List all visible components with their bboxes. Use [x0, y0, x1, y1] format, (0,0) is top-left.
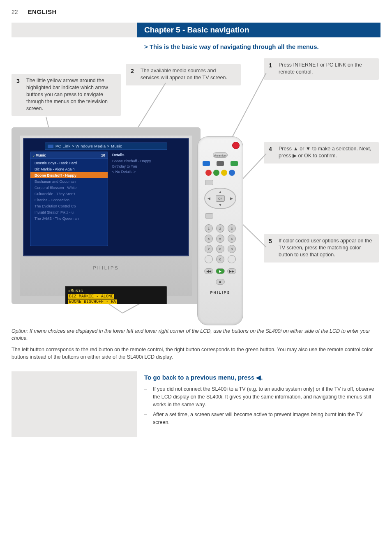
yellow-button[interactable]	[221, 170, 227, 176]
callout-4-num: 4	[269, 145, 274, 159]
chapter-subtitle-row: > This is the basic way of navigating th…	[12, 41, 380, 53]
key-6[interactable]: 6	[228, 235, 236, 243]
return-button[interactable]	[205, 180, 213, 185]
dpad-left-icon: ◀	[208, 196, 210, 200]
back-section-title: To go back to a previous menu, press ◀.	[144, 374, 380, 381]
back-list-item: –After a set time, a screen saver will b…	[144, 411, 380, 426]
tv-list-item: Culturecide - They Aren't	[30, 191, 108, 197]
tv-details-l1: Boone Bischoff - Happy	[111, 158, 178, 164]
source-button[interactable]	[217, 161, 224, 166]
tv-details-pane: Details Boone Bischoff - Happy Birthday …	[111, 152, 178, 246]
tv-list: Beastie Boys - Rock HardBiz Markie - Alo…	[30, 159, 108, 222]
key-blank[interactable]	[205, 255, 213, 263]
streamium-label: streamium	[213, 152, 228, 158]
remote-brand: PHILIPS	[210, 290, 230, 295]
callout-1-num: 1	[269, 62, 274, 76]
callout-5-text: If color coded user options appear on th…	[279, 237, 374, 258]
dpad-up-icon: ▲	[219, 190, 222, 194]
remote-control: streamium ▲ ▼ ◀ ▶ OK 1234567890 ◀◀ ▶ ▶▶	[197, 136, 243, 325]
page-header: 22 ENGLISH	[12, 8, 380, 15]
tv-details-l2: Birthday to You	[111, 164, 178, 169]
page-number: 22	[12, 9, 18, 15]
next-track-button[interactable]: ▶▶	[227, 268, 236, 274]
tv-screen: PC Link > Windows Media > Music ♪ Music …	[23, 138, 189, 256]
callout-5: 5 If color coded user options appear on …	[264, 234, 379, 263]
tv-details-l3: < No Details >	[111, 169, 178, 174]
tv-list-item: Beastie Boys - Rock Hard	[30, 160, 108, 166]
diagram-zone: 1 Press INTERNET or PC LINK on the remot…	[12, 58, 380, 321]
tv-breadcrumb: PC Link > Windows Media > Music	[45, 143, 167, 150]
pclink-button[interactable]	[231, 161, 238, 166]
tv-list-item: The JAMS - The Queen an	[30, 215, 108, 221]
lcd-l2: BOONE BISCHOFF - HA	[68, 299, 164, 304]
back-section: To go back to a previous menu, press ◀. …	[12, 371, 380, 437]
keypad: 1234567890	[205, 224, 236, 263]
tv-list-item: Corporal Blossom - White	[30, 184, 108, 191]
chapter-title: Chapter 5 - Basic navigation	[137, 23, 380, 37]
key-3[interactable]: 3	[228, 224, 236, 233]
key-blank[interactable]	[228, 255, 236, 263]
play-button[interactable]: ▶	[216, 268, 225, 274]
key-8[interactable]: 8	[216, 245, 224, 253]
dpad[interactable]: ▲ ▼ ◀ ▶ OK	[204, 188, 236, 209]
chapter-bar-left	[12, 23, 137, 37]
callout-3: 3 The little yellow arrows around the hi…	[12, 74, 121, 116]
tv-list-count: 10	[101, 153, 105, 157]
tv-list-header: ♪ Music 10	[30, 152, 108, 159]
tv-list-item: The Evolution Control Co	[30, 203, 108, 209]
blue-button[interactable]	[229, 170, 235, 176]
green-button[interactable]	[213, 170, 219, 176]
tv-list-title: Music	[36, 153, 46, 157]
key-1[interactable]: 1	[205, 224, 213, 233]
callout-2-num: 2	[131, 67, 136, 81]
callout-5-num: 5	[269, 237, 274, 258]
dpad-right-icon: ▶	[230, 196, 233, 200]
tv-list-item: Elastica - Connection	[30, 197, 108, 203]
tv-details-title: Details	[111, 152, 178, 158]
back-list-item: –If you did not connect the SL400i to a …	[144, 385, 380, 408]
key-5[interactable]: 5	[216, 235, 224, 243]
lcd-l0: ▸Music	[68, 288, 164, 294]
callout-3-text: The little yellow arrows around the high…	[26, 77, 116, 112]
chapter-subtitle: > This is the basic way of navigating th…	[137, 41, 380, 53]
dpad-down-icon: ▼	[219, 203, 222, 207]
tv-list-item: Boone Bischoff - Happy	[30, 172, 108, 178]
tv-list-item: Buchanan and Goodman	[30, 178, 108, 184]
key-2[interactable]: 2	[216, 224, 224, 233]
callout-1-text: Press INTERNET or PC LINK on the remote …	[279, 62, 374, 76]
callout-2: 2 The available media sources and servic…	[126, 64, 241, 85]
lcd-strip: ▸Music BIZ MARKIE - ALONE BOONE BISCHOFF…	[65, 286, 167, 304]
internet-button[interactable]	[203, 161, 210, 166]
key-4[interactable]: 4	[205, 235, 213, 243]
callout-1: 1 Press INTERNET or PC LINK on the remot…	[264, 58, 379, 80]
red-button[interactable]	[205, 170, 212, 176]
music-icon: ♪	[33, 154, 35, 157]
left-button-note: The left button corresponds to the red b…	[12, 346, 380, 361]
callout-4: 4 Press ▲ or ▼ to make a selection. Next…	[264, 142, 379, 164]
callout-3-num: 3	[16, 77, 22, 112]
chapter-bar: Chapter 5 - Basic navigation	[12, 23, 380, 37]
lcd-l1: BIZ MARKIE - ALONE	[68, 294, 164, 299]
key-9[interactable]: 9	[228, 245, 236, 253]
callout-2-text: The available media sources and services…	[141, 67, 236, 81]
tv-list-panel: ♪ Music 10 Beastie Boys - Rock HardBiz M…	[30, 152, 108, 246]
tv-brand: PHILIPS	[93, 265, 119, 270]
back-section-sidebar	[12, 371, 137, 437]
key-7[interactable]: 7	[205, 245, 213, 253]
power-button[interactable]	[232, 142, 240, 149]
tv-list-item: Biz Markie - Alone Again	[30, 166, 108, 172]
ok-button[interactable]: OK	[216, 195, 225, 202]
language-label: ENGLISH	[28, 8, 57, 15]
stop-button[interactable]: ■	[216, 279, 225, 285]
tv-shell: PC Link > Windows Media > Music ♪ Music …	[12, 127, 201, 304]
tv-list-item: Invisibl Skratch Piklz - u	[30, 209, 108, 215]
back-section-list: –If you did not connect the SL400i to a …	[144, 385, 380, 426]
option-note: Option: If menu choices are displayed in…	[12, 328, 380, 342]
callout-4-text: Press ▲ or ▼ to make a selection. Next, …	[279, 145, 374, 159]
options-button[interactable]	[205, 213, 213, 219]
prev-track-button[interactable]: ◀◀	[204, 268, 213, 274]
key-0[interactable]: 0	[216, 255, 224, 263]
